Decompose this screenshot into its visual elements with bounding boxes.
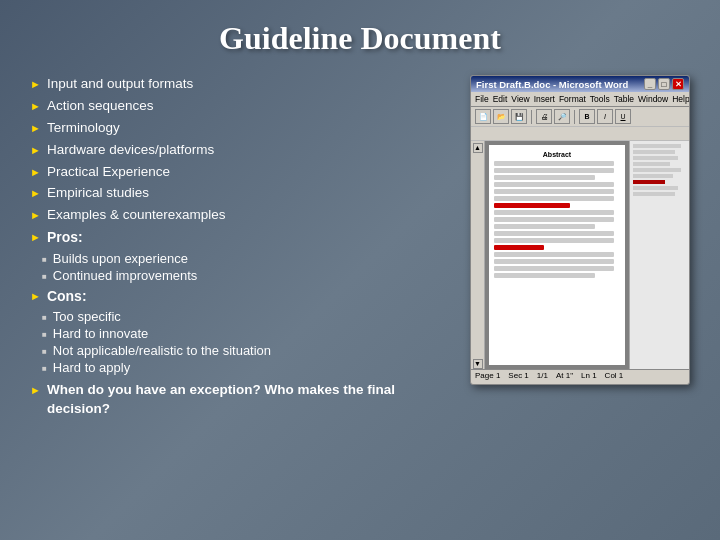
bullet-8: ► Pros: [30,228,454,248]
when-arrow: ► [30,383,41,398]
bullet-5: ► Practical Experience [30,163,454,182]
content-area: ► Input and output formats ► Action sequ… [30,75,690,422]
menu-table[interactable]: Table [614,94,634,104]
bullet-arrow-5: ► [30,165,41,180]
word-left-scroll: ▲ ▼ [471,141,485,369]
status-ln: Ln 1 [581,371,597,380]
cons-square-2: ■ [42,330,47,339]
bullet-text-4: Hardware devices/platforms [47,141,214,160]
text-line-5 [494,189,614,194]
cons-sub-2: ■ Hard to innovate [42,326,454,341]
text-line-9 [494,224,595,229]
word-toolbar-1: 📄 📂 💾 🖨 🔎 B I U [471,107,689,127]
left-panel: ► Input and output formats ► Action sequ… [30,75,454,422]
status-sec: Sec 1 [508,371,528,380]
cons-sub-1: ■ Too specific [42,309,454,324]
status-col: Col 1 [605,371,624,380]
right-text-6 [633,174,673,178]
toolbar-sep-2 [574,110,575,124]
slide: Guideline Document ► Input and output fo… [0,0,720,540]
toolbar-save[interactable]: 💾 [511,109,527,124]
bullet-arrow-1: ► [30,77,41,92]
cons-square-3: ■ [42,347,47,356]
toolbar-underline[interactable]: U [615,109,631,124]
sub-square-1: ■ [42,255,47,264]
toolbar-preview[interactable]: 🔎 [554,109,570,124]
bullet-text-6: Empirical studies [47,184,149,203]
word-statusbar: Page 1 Sec 1 1/1 At 1" Ln 1 Col 1 [471,369,689,381]
right-text-7 [633,186,678,190]
right-text-4 [633,162,670,166]
maximize-btn[interactable]: □ [658,78,670,90]
pros-sub-text-2: Continued improvements [53,268,198,283]
status-page: Page 1 [475,371,500,380]
bullet-text-2: Action sequences [47,97,154,116]
word-body-area: ▲ ▼ Abstract [471,141,689,369]
right-text-8 [633,192,675,196]
cons-sub-text-1: Too specific [53,309,121,324]
cons-sub-text-4: Hard to apply [53,360,130,375]
text-line-12 [494,252,614,257]
text-line-13 [494,259,614,264]
bullet-text-1: Input and output formats [47,75,193,94]
text-line-3 [494,175,595,180]
text-line-2 [494,168,614,173]
word-title: First Draft.B.doc - Microsoft Word [476,79,628,90]
bullet-7: ► Examples & counterexamples [30,206,454,225]
text-line-14 [494,266,614,271]
right-text-5 [633,168,681,172]
cons-sub-4: ■ Hard to apply [42,360,454,375]
toolbar-open[interactable]: 📂 [493,109,509,124]
bullet-arrow-4: ► [30,143,41,158]
abstract-heading: Abstract [494,151,620,158]
cons-sub-3: ■ Not applicable/realistic to the situat… [42,343,454,358]
cons-label: Cons: [47,287,87,307]
toolbar-sep-1 [531,110,532,124]
bullet-1: ► Input and output formats [30,75,454,94]
text-line-8 [494,217,614,222]
bullet-6: ► Empirical studies [30,184,454,203]
when-text: When do you have an exception? Who makes… [47,381,454,419]
slide-title: Guideline Document [30,20,690,57]
menu-window[interactable]: Window [638,94,668,104]
word-titlebar: First Draft.B.doc - Microsoft Word _ □ ✕ [471,76,689,92]
when-bullet: ► When do you have an exception? Who mak… [30,381,454,419]
pros-sub-2: ■ Continued improvements [42,268,454,283]
cons-square-1: ■ [42,313,47,322]
status-at: At 1" [556,371,573,380]
text-line-15 [494,273,595,278]
text-line-7 [494,210,614,215]
scroll-down[interactable]: ▼ [473,359,483,369]
status-pages: 1/1 [537,371,548,380]
toolbar-bold[interactable]: B [579,109,595,124]
titlebar-controls: _ □ ✕ [644,78,684,90]
menu-help[interactable]: Help [672,94,689,104]
toolbar-italic[interactable]: I [597,109,613,124]
menu-file[interactable]: File [475,94,489,104]
right-text-2 [633,150,675,154]
cons-arrow: ► [30,289,41,304]
bullet-arrow-3: ► [30,121,41,136]
scroll-up[interactable]: ▲ [473,143,483,153]
word-window[interactable]: First Draft.B.doc - Microsoft Word _ □ ✕… [470,75,690,385]
cons-square-4: ■ [42,364,47,373]
menu-format[interactable]: Format [559,94,586,104]
text-line-highlight-2 [494,245,544,250]
menu-insert[interactable]: Insert [534,94,555,104]
menu-edit[interactable]: Edit [493,94,508,104]
toolbar-print[interactable]: 🖨 [536,109,552,124]
pros-subbullets: ■ Builds upon experience ■ Continued imp… [42,251,454,283]
bullet-3: ► Terminology [30,119,454,138]
right-text-highlight [633,180,665,184]
cons-sub-text-3: Not applicable/realistic to the situatio… [53,343,271,358]
menu-view[interactable]: View [511,94,529,104]
bullet-4: ► Hardware devices/platforms [30,141,454,160]
close-btn[interactable]: ✕ [672,78,684,90]
bullet-arrow-7: ► [30,208,41,223]
minimize-btn[interactable]: _ [644,78,656,90]
menu-tools[interactable]: Tools [590,94,610,104]
bullet-arrow-8: ► [30,230,41,245]
bullet-text-3: Terminology [47,119,120,138]
word-page: Abstract [485,141,629,369]
toolbar-new[interactable]: 📄 [475,109,491,124]
